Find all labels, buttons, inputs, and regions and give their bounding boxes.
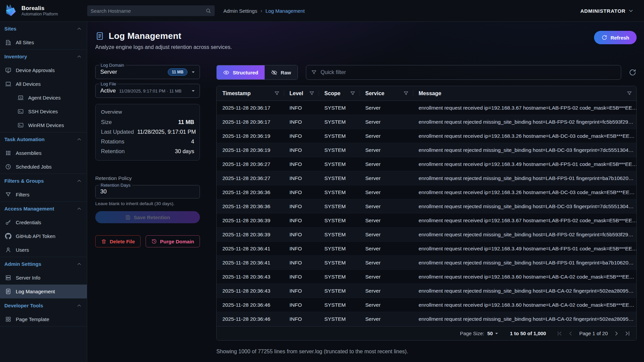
column-header-timestamp[interactable]: Timestamp (217, 86, 284, 101)
table-row[interactable]: 2025-11-28 20:36:46INFOSYSTEMServerenrol… (217, 312, 636, 326)
log-file-select[interactable]: Log File Active 11/28/2025, 9:17:01 PM ·… (95, 84, 200, 98)
sidebar-item-device-approvals[interactable]: Device Approvals (0, 63, 87, 77)
sidebar-section-developer-tools: Developer ToolsPage Template (0, 299, 87, 326)
column-filter-icon[interactable] (627, 90, 632, 96)
cell-message: enrollment request rejected missing_site… (413, 312, 636, 326)
log-domain-select[interactable]: Log Domain Server 11 MB (95, 65, 200, 79)
table-row[interactable]: 2025-11-28 20:36:19INFOSYSTEMServerenrol… (217, 143, 636, 157)
page-first-button[interactable] (556, 330, 563, 337)
sidebar-section-header-developer-tools[interactable]: Developer Tools (0, 299, 87, 312)
table-row[interactable]: 2025-11-28 20:36:43INFOSYSTEMServerenrol… (217, 270, 636, 284)
retention-days-field[interactable]: Retention Days (95, 185, 200, 198)
sidebar-item-assemblies[interactable]: Assemblies (0, 146, 87, 160)
table-row[interactable]: 2025-11-28 20:36:43INFOSYSTEMServerenrol… (217, 284, 636, 298)
sidebar-section-header-sites[interactable]: Sites (0, 22, 87, 36)
sidebar-item-credentials[interactable]: Credentials (0, 216, 87, 229)
sidebar-section-inventory: InventoryDevice ApprovalsAll DevicesAgen… (0, 50, 87, 132)
retention-help-text: Leave blank to inherit default (30 days)… (95, 201, 200, 206)
page-next-button[interactable] (613, 330, 620, 337)
chevron-up-icon (76, 178, 82, 184)
column-header-level[interactable]: Level (284, 86, 319, 101)
cell-message: enrollment request rejected missing_site… (413, 256, 636, 269)
sidebar-item-label: GitHub API Token (16, 233, 55, 239)
sidebar-item-label: Server Info (16, 275, 40, 281)
sidebar-item-ssh-devices[interactable]: SSH Devices (0, 105, 87, 118)
chevron-up-icon (76, 26, 82, 32)
credentials-icon (5, 219, 11, 226)
column-header-service[interactable]: Service (360, 86, 413, 101)
sidebar-section-header-access-management[interactable]: Access Management (0, 202, 87, 216)
cell-scope: SYSTEM (319, 171, 360, 185)
raw-view-button[interactable]: Raw (265, 65, 298, 79)
sidebar-item-server-info[interactable]: Server Info (0, 271, 87, 285)
table-row[interactable]: 2025-11-28 20:36:36INFOSYSTEMServerenrol… (217, 199, 636, 214)
table-row[interactable]: 2025-11-28 20:36:46INFOSYSTEMServerenrol… (217, 298, 636, 312)
table-row[interactable]: 2025-11-28 20:36:36INFOSYSTEMServerenrol… (217, 185, 636, 199)
sidebar-section-header-admin-settings[interactable]: Admin Settings (0, 257, 87, 271)
cell-scope: SYSTEM (319, 115, 360, 129)
overview-row-retention: Retention30 days (101, 146, 194, 156)
hostname-search-input[interactable] (91, 8, 205, 14)
quick-filter-input[interactable] (321, 69, 616, 75)
table-row[interactable]: 2025-11-28 20:36:39INFOSYSTEMServerenrol… (217, 214, 636, 228)
table-row[interactable]: 2025-11-28 20:36:39INFOSYSTEMServerenrol… (217, 228, 636, 242)
sites-icon (5, 39, 11, 46)
sidebar-item-page-template[interactable]: Page Template (0, 312, 87, 326)
sidebar-item-log-management[interactable]: Log Management (0, 285, 87, 298)
cell-message: enrollment request received ip=192.168.3… (413, 185, 636, 199)
column-filter-icon[interactable] (350, 90, 356, 96)
breadcrumb-parent[interactable]: Admin Settings (223, 8, 257, 14)
log-view-panel: Structured Raw (216, 65, 637, 355)
table-row[interactable]: 2025-11-28 20:36:17INFOSYSTEMServerenrol… (217, 115, 636, 129)
chevron-up-icon (76, 136, 82, 142)
save-retention-button[interactable]: Save Retention (95, 211, 200, 223)
sidebar-item-scheduled-jobs[interactable]: Scheduled Jobs (0, 160, 87, 174)
log-table: TimestampLevelScopeServiceMessage 2025-1… (216, 86, 637, 341)
sidebar-section-header-inventory[interactable]: Inventory (0, 50, 87, 63)
sidebar-item-agent-devices[interactable]: Agent Devices (0, 91, 87, 105)
purge-domain-button[interactable]: Purge Domain (146, 235, 200, 247)
retention-days-input[interactable] (100, 188, 187, 195)
sidebar-section-admin-settings: Admin SettingsServer InfoLog Management (0, 257, 87, 299)
sidebar-item-all-sites[interactable]: All Sites (0, 36, 87, 49)
delete-file-button[interactable]: Delete File (95, 235, 141, 247)
page-last-button[interactable] (624, 330, 631, 337)
page-prev-button[interactable] (567, 330, 574, 337)
column-header-message[interactable]: Message (413, 86, 636, 101)
cell-scope: SYSTEM (319, 242, 360, 255)
sidebar-item-users[interactable]: Users (0, 243, 87, 257)
column-filter-icon[interactable] (403, 90, 409, 96)
sidebar-section-header-filters-groups[interactable]: Filters & Groups (0, 174, 87, 188)
table-row[interactable]: 2025-11-28 20:36:17INFOSYSTEMServerenrol… (217, 101, 636, 115)
column-header-scope[interactable]: Scope (319, 86, 360, 101)
structured-view-button[interactable]: Structured (217, 65, 265, 79)
section-label: Filters & Groups (4, 178, 44, 184)
quick-filter-field[interactable] (306, 65, 621, 80)
sidebar-item-winrm-devices[interactable]: WinRM Devices (0, 118, 87, 132)
cell-scope: SYSTEM (319, 298, 360, 312)
cell-level: INFO (284, 157, 319, 171)
sidebar-item-label: WinRM Devices (28, 122, 64, 128)
overview-rows: Size11 MBLast Updated11/28/2025, 9:17:01… (101, 117, 194, 156)
chevron-up-icon (76, 303, 82, 309)
table-refresh-icon[interactable] (629, 68, 637, 76)
page-size-select[interactable]: 50 (487, 330, 500, 337)
table-row[interactable]: 2025-11-28 20:36:19INFOSYSTEMServerenrol… (217, 129, 636, 143)
column-filter-icon[interactable] (309, 90, 315, 96)
cell-timestamp: 2025-11-28 20:36:27 (217, 157, 284, 171)
cell-timestamp: 2025-11-28 20:36:46 (217, 298, 284, 312)
sidebar-item-filters[interactable]: Filters (0, 188, 87, 201)
user-menu[interactable]: ADMINISTRATOR (580, 8, 634, 14)
hostname-search[interactable] (87, 5, 215, 16)
table-row[interactable]: 2025-11-28 20:36:27INFOSYSTEMServerenrol… (217, 157, 636, 171)
refresh-button[interactable]: Refresh (594, 31, 637, 44)
sidebar-item-github-api-token[interactable]: GitHub API Token (0, 229, 87, 243)
sidebar-item-all-devices[interactable]: All Devices (0, 77, 87, 91)
column-filter-icon[interactable] (274, 90, 280, 96)
table-row[interactable]: 2025-11-28 20:36:41INFOSYSTEMServerenrol… (217, 242, 636, 256)
sidebar-section-header-task-automation[interactable]: Task Automation (0, 132, 87, 146)
cell-level: INFO (284, 171, 319, 185)
table-row[interactable]: 2025-11-28 20:36:27INFOSYSTEMServerenrol… (217, 171, 636, 185)
table-row[interactable]: 2025-11-28 20:36:41INFOSYSTEMServerenrol… (217, 256, 636, 270)
cell-service: Server (360, 214, 413, 227)
